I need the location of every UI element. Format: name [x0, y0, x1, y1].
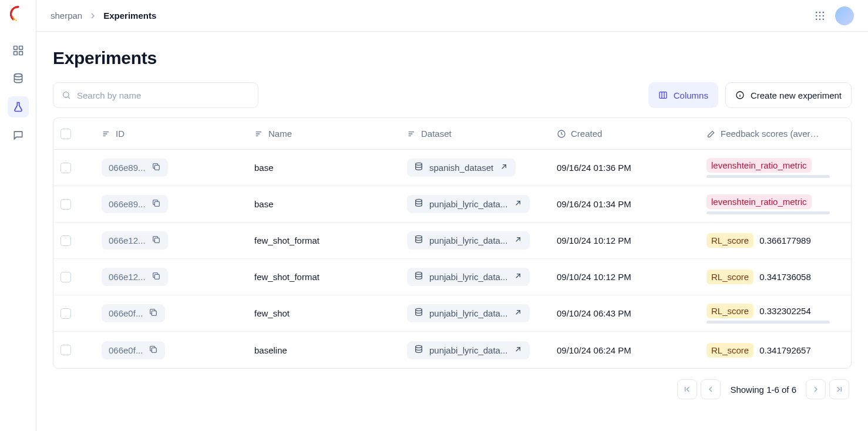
svg-rect-5	[14, 52, 17, 55]
dataset-chip[interactable]: punjabi_lyric_data...	[407, 341, 530, 359]
table-row[interactable]: 066e0f... few_shot punjabi_lyric_data...…	[53, 295, 851, 332]
svg-point-2	[12, 16, 14, 18]
dataset-chip[interactable]: punjabi_lyric_data...	[407, 195, 530, 213]
row-checkbox[interactable]	[60, 272, 71, 282]
create-experiment-button[interactable]: Create new experiment	[725, 82, 852, 108]
nav-database[interactable]	[8, 68, 29, 89]
dataset-chip[interactable]: punjabi_lyric_data...	[407, 231, 530, 250]
svg-rect-23	[154, 201, 159, 206]
experiment-name: base	[254, 163, 274, 173]
row-checkbox[interactable]	[60, 235, 71, 246]
id-chip[interactable]: 066e0f...	[102, 341, 165, 359]
id-text: 066e0f...	[109, 345, 143, 355]
id-text: 066e89...	[109, 199, 146, 209]
page-next-button[interactable]	[806, 379, 826, 399]
svg-point-11	[816, 15, 817, 16]
col-id[interactable]: ID	[116, 129, 125, 139]
id-chip[interactable]: 066e12...	[102, 268, 168, 286]
row-checkbox[interactable]	[60, 345, 71, 355]
table-row[interactable]: 066e0f... baseline punjabi_lyric_data...…	[53, 332, 851, 368]
text-sort-icon	[254, 129, 264, 139]
svg-point-14	[816, 18, 817, 20]
open-link-icon[interactable]	[513, 345, 523, 356]
dataset-name: punjabi_lyric_data...	[429, 199, 507, 209]
app-logo	[10, 6, 26, 22]
database-icon	[414, 235, 423, 246]
sidebar	[0, 0, 36, 431]
copy-icon[interactable]	[149, 345, 158, 356]
chevron-last-icon	[835, 385, 844, 394]
copy-icon[interactable]	[149, 308, 158, 319]
search-input[interactable]	[77, 90, 250, 100]
svg-rect-4	[19, 46, 22, 50]
chevron-right-icon	[811, 385, 820, 394]
metric-badge: RL_score	[706, 233, 753, 248]
page-title: Experiments	[53, 48, 852, 68]
metric-badge: RL_score	[706, 304, 753, 318]
id-chip[interactable]: 066e0f...	[102, 304, 165, 322]
metric-bar	[706, 175, 830, 178]
table-row[interactable]: 066e89... base punjabi_lyric_data... 09/…	[53, 186, 851, 223]
id-text: 066e12...	[109, 272, 146, 282]
nav-dashboard[interactable]	[8, 40, 29, 61]
created-date: 09/10/24 10:12 PM	[557, 272, 631, 282]
id-chip[interactable]: 066e89...	[102, 159, 168, 177]
text-sort-icon	[407, 129, 416, 139]
database-icon	[414, 345, 423, 356]
metric-badge: levenshtein_ratio_metric	[706, 158, 812, 173]
columns-button[interactable]: Columns	[648, 82, 718, 108]
page-last-button[interactable]	[829, 379, 849, 399]
dataset-chip[interactable]: punjabi_lyric_data...	[407, 304, 530, 322]
table-row[interactable]: 066e89... base spanish_dataset 09/16/24 …	[53, 150, 851, 186]
dataset-name: punjabi_lyric_data...	[429, 272, 507, 282]
col-feedback[interactable]: Feedback scores (aver…	[721, 129, 819, 139]
svg-point-7	[14, 74, 22, 77]
clock-icon	[557, 129, 566, 139]
dataset-name: punjabi_lyric_data...	[429, 235, 507, 245]
id-chip[interactable]: 066e89...	[102, 195, 168, 213]
svg-point-22	[416, 163, 422, 165]
row-checkbox[interactable]	[60, 199, 71, 210]
svg-rect-31	[152, 348, 157, 352]
user-avatar[interactable]	[835, 6, 854, 25]
page-first-button[interactable]	[677, 379, 697, 399]
table-row[interactable]: 066e12... few_shot_format punjabi_lyric_…	[53, 259, 851, 295]
created-date: 09/10/24 06:43 PM	[557, 308, 631, 318]
svg-rect-29	[152, 311, 157, 315]
database-icon	[414, 308, 423, 319]
open-link-icon[interactable]	[513, 235, 523, 246]
page-prev-button[interactable]	[701, 379, 721, 399]
id-chip[interactable]: 066e12...	[102, 231, 168, 250]
experiment-name: few_shot_format	[254, 272, 319, 282]
dataset-chip[interactable]: spanish_dataset	[407, 159, 516, 177]
svg-rect-27	[154, 274, 159, 279]
open-link-icon[interactable]	[513, 271, 523, 282]
table-row[interactable]: 066e12... few_shot_format punjabi_lyric_…	[53, 223, 851, 259]
id-text: 066e12...	[109, 235, 146, 245]
col-created[interactable]: Created	[571, 129, 602, 139]
copy-icon[interactable]	[152, 198, 161, 210]
svg-rect-18	[660, 92, 667, 99]
col-dataset[interactable]: Dataset	[421, 129, 452, 139]
nav-chat[interactable]	[8, 124, 29, 146]
grid-icon	[12, 45, 24, 56]
col-name[interactable]: Name	[268, 129, 292, 139]
copy-icon[interactable]	[152, 271, 161, 282]
pagination-text: Showing 1-6 of 6	[730, 385, 796, 395]
open-link-icon[interactable]	[499, 162, 509, 173]
nav-experiments[interactable]	[8, 96, 29, 117]
search-input-wrapper[interactable]	[53, 82, 258, 108]
row-checkbox[interactable]	[60, 308, 71, 319]
metric-value: 0.332302254	[759, 306, 811, 316]
experiment-name: few_shot	[254, 308, 290, 318]
apps-menu-icon[interactable]	[814, 10, 826, 22]
open-link-icon[interactable]	[513, 308, 523, 319]
row-checkbox[interactable]	[60, 163, 71, 173]
copy-icon[interactable]	[152, 162, 161, 173]
search-icon	[62, 90, 71, 100]
open-link-icon[interactable]	[513, 198, 523, 210]
dataset-chip[interactable]: punjabi_lyric_data...	[407, 268, 530, 286]
breadcrumb-root[interactable]: sherpan	[51, 11, 82, 21]
select-all-checkbox[interactable]	[60, 129, 71, 139]
copy-icon[interactable]	[152, 235, 161, 246]
